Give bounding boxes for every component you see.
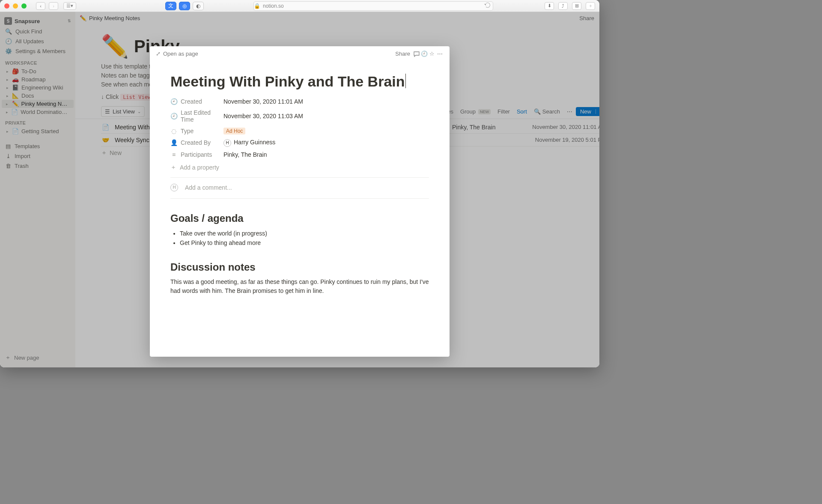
window-controls <box>4 3 27 9</box>
expand-icon: ⤢ <box>156 51 161 57</box>
url-host: notion.so <box>263 3 284 9</box>
paragraph[interactable]: This was a good meeting, as far as these… <box>170 277 429 295</box>
prop-created: 🕘Created November 30, 2020 11:01 AM <box>170 96 429 107</box>
page-peek-modal: ⤢ Open as page Share 🕘 ☆ ⋯ Meeting With … <box>150 46 450 357</box>
divider <box>170 198 429 199</box>
list-item[interactable]: Take over the world (in progress) <box>180 229 429 238</box>
avatar: H <box>170 184 178 191</box>
prop-last-edited: 🕘Last Edited Time November 30, 2020 11:0… <box>170 107 429 125</box>
text-cursor <box>405 74 406 88</box>
modal-title[interactable]: Meeting With Pinky and The Brain <box>170 73 429 90</box>
minimize-window[interactable] <box>13 3 18 9</box>
address-bar[interactable]: 🔒 notion.so <box>253 1 493 11</box>
clock-icon: 🕘 <box>170 113 177 119</box>
prop-participants: ≡Participants Pinky, The Brain <box>170 149 429 160</box>
share-icon[interactable]: ⤴ <box>558 2 568 10</box>
favorite-star-icon[interactable]: ☆ <box>428 50 436 58</box>
avatar: H <box>223 139 231 147</box>
modal-topbar: ⤢ Open as page Share 🕘 ☆ ⋯ <box>150 46 450 61</box>
reader-mode-icon[interactable]: ◐ <box>193 2 204 10</box>
open-as-page[interactable]: ⤢ Open as page <box>156 51 198 57</box>
tag-icon: ◌ <box>170 128 177 134</box>
list-item[interactable]: Get Pinky to thing ahead more <box>180 238 429 248</box>
add-property[interactable]: ＋Add a property <box>170 160 429 175</box>
reload-icon[interactable] <box>485 3 490 9</box>
new-tab-button[interactable]: ＋ <box>586 2 595 10</box>
clock-icon: 🕘 <box>170 98 177 105</box>
plus-icon: ＋ <box>170 164 176 171</box>
divider <box>170 177 429 178</box>
close-window[interactable] <box>4 3 9 9</box>
person-icon: 👤 <box>170 139 177 146</box>
sidebar-toggle[interactable]: ☰▾ <box>63 2 76 10</box>
browser-window: ‹ › ☰▾ 文 ◎ ◐ 🔒 notion.so ⬇ ⤴ ⊞ ＋ S <box>0 0 599 367</box>
heading-discussion[interactable]: Discussion notes <box>170 261 429 273</box>
forward-button[interactable]: › <box>49 2 58 10</box>
heading-goals[interactable]: Goals / agenda <box>170 212 429 224</box>
modal-share-button[interactable]: Share <box>393 50 413 58</box>
prop-type: ◌Type Ad Hoc <box>170 125 429 137</box>
tabs-icon[interactable]: ⊞ <box>572 2 581 10</box>
extension-translate-icon[interactable]: 文 <box>165 2 176 10</box>
maximize-window[interactable] <box>21 3 27 9</box>
back-button[interactable]: ‹ <box>36 2 45 10</box>
more-icon[interactable]: ⋯ <box>436 50 444 58</box>
lock-icon: 🔒 <box>254 3 260 9</box>
downloads-icon[interactable]: ⬇ <box>545 2 554 10</box>
modal-content[interactable]: Goals / agenda Take over the world (in p… <box>170 212 429 295</box>
updates-icon[interactable]: 🕘 <box>420 50 428 58</box>
add-comment[interactable]: H Add a comment... <box>170 179 429 196</box>
comments-icon[interactable] <box>413 50 420 58</box>
extension-1password-icon[interactable]: ◎ <box>179 2 190 10</box>
titlebar: ‹ › ☰▾ 文 ◎ ◐ 🔒 notion.so ⬇ ⤴ ⊞ ＋ <box>0 0 599 12</box>
text-icon: ≡ <box>170 151 177 158</box>
prop-created-by: 👤Created By HHarry Guinness <box>170 137 429 149</box>
